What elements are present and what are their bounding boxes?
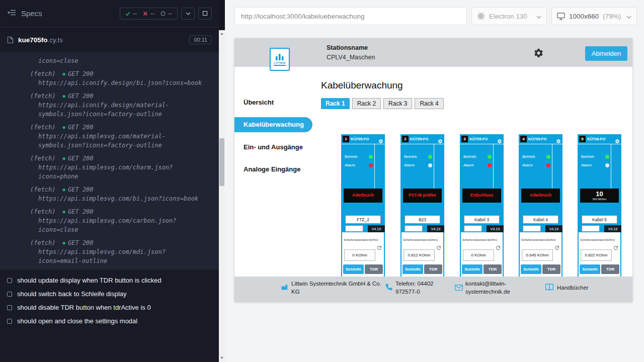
fetch-log-entry[interactable]: (fetch)●GET 200 https://api.simplesvg.co… [0, 185, 219, 203]
device-settings-button[interactable] [438, 137, 443, 142]
rack-tabs: Rack 1 Rack 2 Rack 3 Rack 4 [321, 98, 444, 109]
schleife-button[interactable]: Schleife [403, 264, 423, 274]
sidebar-item-uebersicht[interactable]: Übersicht [244, 99, 274, 106]
cable-name-field[interactable]: Kabel 3 [464, 215, 500, 224]
fetch-log-entry[interactable]: (fetch)●GET 200 https://api.simplesvg.co… [0, 154, 219, 181]
tdr-button[interactable]: TDR [484, 264, 502, 274]
specs-label[interactable]: Specs [21, 9, 42, 18]
scrollbar-thumb[interactable] [219, 138, 224, 186]
scroll-down-arrow[interactable]: ▼ [219, 355, 225, 361]
alarm-led [369, 163, 373, 167]
alarm-led [488, 163, 492, 167]
schleife-button[interactable]: Schleife [462, 264, 482, 274]
test-row[interactable]: should disable TDR button when tdrActive… [0, 301, 219, 314]
sidebar-item-analoge-eingaenge[interactable]: Analoge Eingänge [244, 165, 300, 173]
sidebar-item-ein-und-ausgaenge[interactable]: Ein- und Ausgänge [244, 143, 303, 151]
specs-toggle-icon[interactable] [7, 9, 16, 18]
cable-name-field[interactable]: Kabel 4 [523, 215, 558, 224]
fetch-log-entry[interactable]: (fetch)●GET 200 https://api.iconify.desi… [0, 92, 219, 119]
tab-rack-3[interactable]: Rack 3 [383, 98, 412, 109]
tdr-button[interactable]: TDR [542, 264, 560, 274]
app-preview-frame: Stationsname CPLV4_Maschen Abmelden LITT… [234, 38, 632, 302]
station-label: Stationsname [327, 44, 375, 51]
tab-rack-2[interactable]: Rack 2 [352, 98, 381, 109]
mode-buttons: Schleife TDR [580, 264, 619, 274]
fetch-label: (fetch) [30, 92, 56, 101]
device-settings-button[interactable] [615, 137, 620, 142]
scrollbar-track[interactable] [219, 30, 225, 362]
settings-gear-button[interactable] [533, 48, 544, 58]
passed-count: -- [133, 10, 137, 17]
card-divider [552, 144, 552, 189]
schleife-button[interactable]: Schleife [580, 264, 600, 274]
browser-name: Electron 130 [489, 13, 527, 20]
browser-select[interactable]: Electron 130 [471, 7, 547, 25]
device-settings-button[interactable] [497, 137, 502, 142]
device-card-header: 1 KÜ705-FO [341, 134, 385, 144]
http-status: GET 200 [68, 154, 94, 163]
device-card-header: 4 KÜ705-FO [519, 134, 562, 144]
firmware-version: V4.19 [604, 225, 621, 232]
tdr-button[interactable]: TDR [424, 264, 442, 274]
cable-name-field[interactable]: Kabel 5 [582, 215, 617, 224]
alarm-label: Alarm [522, 163, 533, 167]
refresh-button[interactable] [376, 244, 382, 250]
stop-button[interactable] [198, 8, 212, 20]
logo-text: LITTWIN [274, 61, 285, 64]
tdr-button[interactable]: TDR [601, 264, 619, 274]
test-row[interactable]: should switch back to Schleife display [0, 287, 219, 301]
request-url: https://api.simplesvg.com/mdi.json?icons… [38, 247, 205, 265]
schleife-button[interactable]: Schleife [343, 264, 364, 274]
refresh-button[interactable] [436, 244, 442, 250]
device-model: KÜ706-FO [587, 137, 605, 141]
betrieb-led [605, 155, 609, 159]
phone-icon [385, 283, 393, 293]
fetch-label: (fetch) [30, 207, 56, 216]
manuals-link[interactable]: Handbücher [557, 284, 589, 292]
card-divider [434, 144, 434, 189]
url-input[interactable] [234, 7, 467, 25]
card-divider [374, 144, 375, 189]
status-display: PST-M prüfen [403, 189, 442, 203]
request-url: https://api.simplesvg.com/charm.json?ico… [38, 163, 205, 181]
refresh-button[interactable] [554, 244, 560, 250]
sidebar-item-kabelueberwachung[interactable]: Kabelüberwachung [234, 117, 312, 132]
schleife-button[interactable]: Schleife [521, 264, 541, 274]
test-row[interactable]: should open and close the settings modal [0, 314, 219, 328]
tab-rack-4[interactable]: Rack 4 [415, 98, 443, 109]
logout-button[interactable]: Abmelden [585, 46, 627, 61]
device-card-4: 4 KÜ705-FO Betrieb Alarm Aderbruch Kabel… [519, 134, 562, 277]
log-tail-line: icons=close [38, 56, 219, 65]
fetch-log-entry[interactable]: (fetch)●GET 200 https://api.iconify.desi… [0, 69, 219, 87]
runner-scrollbar: ▲ ▼ [219, 0, 225, 362]
status-dot-icon: ● [63, 207, 65, 216]
viewport-select[interactable]: 1000x660 (79%) [551, 7, 637, 25]
device-model: KÜ705-FO [469, 137, 488, 141]
test-title: should update display when TDR button is… [17, 277, 162, 284]
email-link[interactable]: kontakt@littwin-systemtechnik.de [465, 280, 527, 296]
spec-file-row[interactable]: kue705fo.cy.ts 00:11 [0, 31, 219, 48]
status-display: Aderbruch [344, 189, 382, 203]
device-settings-button[interactable] [556, 137, 561, 142]
measurement-panel: Schleifenwiderstand [kOhm] 0.812 KOhm Sc… [400, 232, 444, 277]
http-status: GET 200 [68, 69, 94, 78]
measurement-panel: Schleifenwiderstand [kOhm] 0.822 KOhm Sc… [578, 232, 621, 277]
collapse-chevron-button[interactable] [181, 8, 195, 20]
refresh-button[interactable] [495, 244, 501, 250]
refresh-button[interactable] [613, 244, 619, 250]
cable-name-field[interactable]: FTZ_2 [345, 215, 381, 224]
request-url: https://api.iconify.design/bi.json?icons… [38, 78, 205, 87]
fetch-log-entry[interactable]: (fetch)●GET 200 https://api.simplesvg.co… [0, 123, 219, 150]
test-title: should switch back to Schleife display [17, 290, 127, 298]
scroll-up-arrow[interactable]: ▲ [219, 31, 225, 37]
stat-passed: -- [125, 10, 137, 17]
fetch-log-entry[interactable]: (fetch)●GET 200 https://api.simplesvg.co… [0, 207, 219, 234]
tab-rack-1[interactable]: Rack 1 [321, 98, 350, 109]
tdr-button[interactable]: TDR [365, 264, 383, 274]
test-row[interactable]: should update display when TDR button is… [0, 274, 219, 287]
device-settings-button[interactable] [378, 137, 383, 142]
cable-name-field[interactable]: B23 [405, 215, 440, 224]
viewport-size: 1000x660 [569, 13, 599, 20]
fetch-log-entry[interactable]: (fetch)●GET 200 https://api.simplesvg.co… [0, 238, 219, 265]
book-icon [545, 283, 554, 293]
